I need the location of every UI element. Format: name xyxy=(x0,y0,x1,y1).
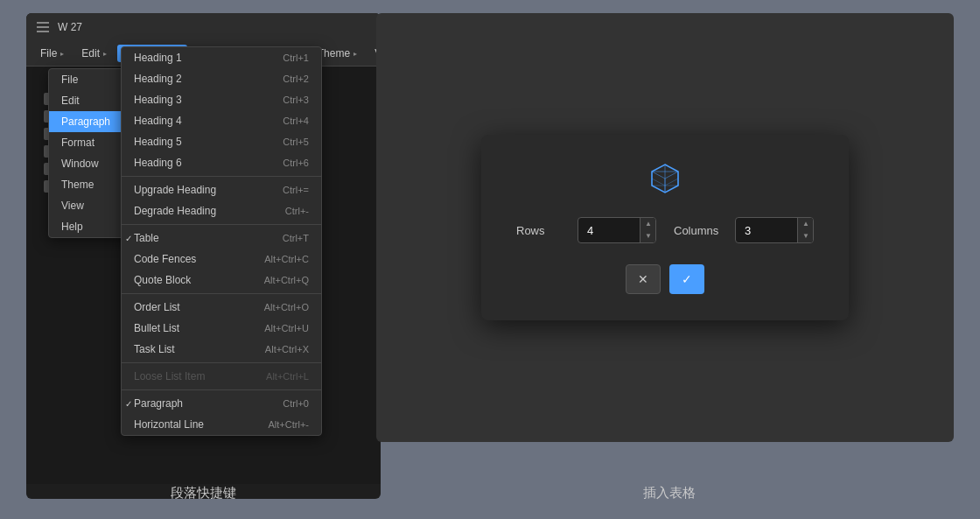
submenu-bullet-list[interactable]: Bullet List Alt+Ctrl+U xyxy=(122,318,321,339)
submenu-loose-list: Loose List Item Alt+Ctrl+L xyxy=(122,366,321,387)
paragraph-submenu: Heading 1 Ctrl+1 Heading 2 Ctrl+2 Headin… xyxy=(121,46,322,436)
columns-decrement[interactable]: ▼ xyxy=(798,230,814,242)
columns-spinner: ▲ ▼ xyxy=(797,218,814,242)
rows-input-wrap[interactable]: ▲ ▼ xyxy=(578,217,656,243)
menu-file[interactable]: File ▸ xyxy=(33,45,71,62)
submenu-heading1[interactable]: Heading 1 Ctrl+1 xyxy=(122,47,321,68)
rows-label: Rows xyxy=(516,224,560,237)
rows-decrement[interactable]: ▼ xyxy=(640,230,656,242)
columns-input[interactable] xyxy=(736,219,797,242)
submenu-upgrade-heading[interactable]: Upgrade Heading Ctrl+= xyxy=(122,179,321,200)
submenu-heading3[interactable]: Heading 3 Ctrl+3 xyxy=(122,89,321,110)
insert-table-dialog: Rows ▲ ▼ Columns ▲ ▼ ✕ xyxy=(481,135,849,320)
dialog-icon-area xyxy=(516,161,814,200)
window-title: W 27 xyxy=(58,21,82,33)
rows-input[interactable] xyxy=(578,219,640,242)
submenu-divider-5 xyxy=(122,389,321,390)
title-bar: W 27 xyxy=(26,13,381,41)
caption-left: 段落快捷键 xyxy=(26,485,381,501)
submenu-heading6[interactable]: Heading 6 Ctrl+6 xyxy=(122,152,321,173)
submenu-task-list[interactable]: Task List Alt+Ctrl+X xyxy=(122,339,321,360)
submenu-heading4[interactable]: Heading 4 Ctrl+4 xyxy=(122,110,321,131)
submenu-order-list[interactable]: Order List Alt+Ctrl+O xyxy=(122,297,321,318)
submenu-divider-3 xyxy=(122,293,321,294)
columns-input-wrap[interactable]: ▲ ▼ xyxy=(735,217,814,243)
right-panel: Rows ▲ ▼ Columns ▲ ▼ ✕ xyxy=(376,13,954,442)
hamburger-icon xyxy=(37,22,49,32)
cancel-icon: ✕ xyxy=(638,272,648,286)
submenu-divider xyxy=(122,176,321,177)
confirm-icon: ✓ xyxy=(682,272,692,286)
dialog-row: Rows ▲ ▼ Columns ▲ ▼ xyxy=(516,217,814,243)
submenu-heading2[interactable]: Heading 2 Ctrl+2 xyxy=(122,68,321,89)
rows-spinner: ▲ ▼ xyxy=(640,218,656,242)
submenu-heading5[interactable]: Heading 5 Ctrl+5 xyxy=(122,131,321,152)
submenu-quote-block[interactable]: Quote Block Alt+Ctrl+Q xyxy=(122,270,321,291)
arrow-icon: ▸ xyxy=(354,50,357,58)
submenu-code-fences[interactable]: Code Fences Alt+Ctrl+C xyxy=(122,249,321,270)
cancel-button[interactable]: ✕ xyxy=(626,264,661,294)
columns-label: Columns xyxy=(674,224,718,237)
columns-increment[interactable]: ▲ xyxy=(798,218,814,230)
submenu-paragraph[interactable]: Paragraph Ctrl+0 xyxy=(122,393,321,414)
rows-increment[interactable]: ▲ xyxy=(640,218,656,230)
dialog-buttons: ✕ ✓ xyxy=(516,264,814,294)
arrow-icon: ▸ xyxy=(103,50,107,58)
submenu-degrade-heading[interactable]: Degrade Heading Ctrl+- xyxy=(122,200,321,221)
submenu-divider-4 xyxy=(122,362,321,363)
arrow-icon: ▸ xyxy=(60,50,64,58)
submenu-divider-2 xyxy=(122,224,321,225)
submenu-table[interactable]: Table Ctrl+T xyxy=(122,228,321,249)
confirm-button[interactable]: ✓ xyxy=(669,264,704,294)
menu-edit[interactable]: Edit ▸ xyxy=(74,45,114,62)
caption-right: 插入表格 xyxy=(385,485,954,501)
submenu-horizontal-line[interactable]: Horizontal Line Alt+Ctrl+- xyxy=(122,414,321,435)
cube-icon xyxy=(648,161,682,196)
